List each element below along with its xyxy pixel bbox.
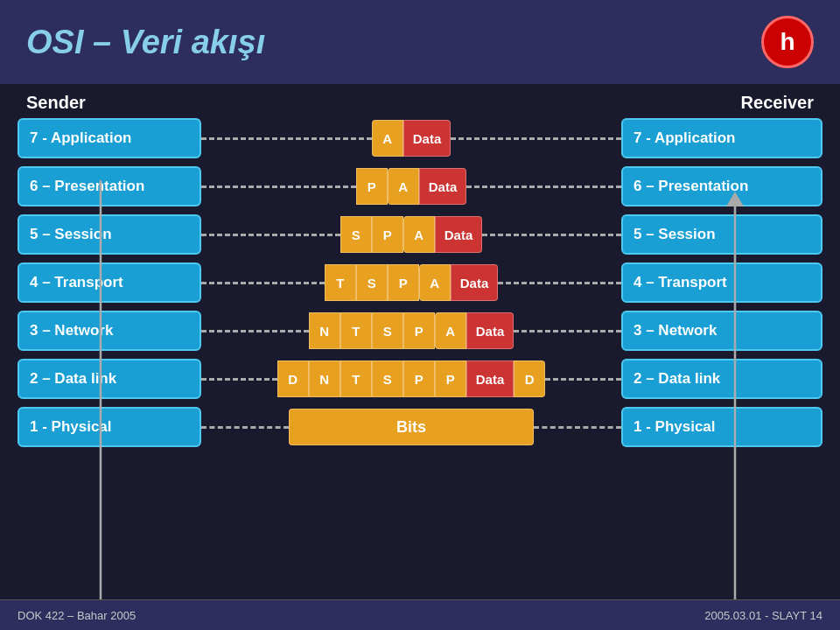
block-s-4: S bbox=[356, 264, 388, 301]
connector-right-4 bbox=[498, 282, 621, 284]
data-blocks-7: A Data bbox=[372, 120, 452, 157]
sender-layer-7: 7 - Application bbox=[18, 118, 201, 158]
block-d-2: D bbox=[277, 360, 309, 397]
block-data-5: Data bbox=[435, 216, 483, 253]
layer-row-4: 4 – Transport T S P A Data 4 – Transport bbox=[18, 262, 822, 304]
receiver-layer-2: 2 – Data link bbox=[621, 359, 822, 399]
block-p-5: P bbox=[372, 216, 403, 253]
main-content: Sender Receiver 7 - Application A Data 7… bbox=[0, 84, 840, 463]
connector-left-7 bbox=[201, 137, 372, 140]
block-a-5: A bbox=[403, 216, 435, 253]
block-p-4: P bbox=[388, 264, 419, 301]
receiver-layer-6: 6 – Presentation bbox=[621, 166, 822, 206]
data-blocks-6: P A Data bbox=[356, 168, 467, 205]
logo: h bbox=[761, 16, 814, 68]
data-blocks-4: T S P A Data bbox=[325, 264, 499, 301]
block-a-4: A bbox=[419, 264, 451, 301]
data-blocks-3: N T S P A Data bbox=[309, 312, 514, 349]
sender-layer-2: 2 – Data link bbox=[18, 359, 201, 399]
data-blocks-5: S P A Data bbox=[340, 216, 483, 253]
layer-row-5: 5 – Session S P A Data 5 – Session bbox=[18, 214, 822, 256]
sender-layer-4: 4 – Transport bbox=[18, 262, 201, 303]
block-d-trailer-2: D bbox=[514, 360, 545, 397]
connector-right-5 bbox=[482, 234, 621, 236]
block-data-6: Data bbox=[419, 168, 467, 205]
layer-row-7: 7 - Application A Data 7 - Application bbox=[18, 117, 822, 159]
sender-layer-1: 1 - Physical bbox=[18, 407, 201, 447]
receiver-layer-7: 7 - Application bbox=[621, 118, 822, 158]
receiver-label: Receiver bbox=[621, 93, 814, 113]
sender-layer-6: 6 – Presentation bbox=[18, 166, 201, 206]
receiver-layer-1: 1 - Physical bbox=[621, 407, 822, 447]
block-t-2: T bbox=[340, 360, 372, 397]
receiver-layer-4: 4 – Transport bbox=[621, 262, 822, 303]
connector-left-1 bbox=[201, 426, 289, 429]
connector-left-3 bbox=[201, 330, 309, 332]
labels-row: Sender Receiver bbox=[18, 93, 822, 113]
block-t-4: T bbox=[325, 264, 356, 301]
connector-right-7 bbox=[451, 137, 621, 140]
sender-label: Sender bbox=[26, 93, 219, 113]
block-p-6: P bbox=[356, 168, 388, 205]
header: OSI – Veri akışı h bbox=[0, 0, 840, 84]
connector-right-6 bbox=[466, 186, 621, 188]
block-data-7: Data bbox=[403, 120, 452, 157]
footer-right: 2005.03.01 - SLAYT 14 bbox=[704, 609, 822, 622]
block-data-4: Data bbox=[451, 264, 499, 301]
layer-row-3: 3 – Network N T S P A Data 3 – Network bbox=[18, 310, 822, 352]
data-blocks-1: Bits bbox=[289, 409, 534, 445]
block-a-6: A bbox=[388, 168, 419, 205]
block-a-3: A bbox=[435, 312, 466, 349]
footer-left: DOK 422 – Bahar 2005 bbox=[18, 609, 136, 622]
connector-left-2 bbox=[201, 378, 277, 381]
block-t-3: T bbox=[340, 312, 372, 349]
connector-left-6 bbox=[201, 186, 356, 188]
page-title: OSI – Veri akışı bbox=[26, 24, 265, 61]
layer-row-2: 2 – Data link D N T S P P Data D 2 – Dat… bbox=[18, 358, 822, 400]
block-a-7: A bbox=[372, 120, 403, 157]
footer: DOK 422 – Bahar 2005 2005.03.01 - SLAYT … bbox=[0, 599, 840, 630]
layer-row-6: 6 – Presentation P A Data 6 – Presentati… bbox=[18, 165, 822, 207]
block-p2-2: P bbox=[435, 360, 466, 397]
block-data-2: Data bbox=[466, 360, 514, 397]
connector-left-5 bbox=[201, 234, 340, 236]
block-data-3: Data bbox=[466, 312, 514, 349]
connector-right-2 bbox=[545, 378, 621, 381]
block-bits-1: Bits bbox=[289, 409, 534, 445]
block-p-2: P bbox=[403, 360, 435, 397]
block-s-3: S bbox=[372, 312, 403, 349]
receiver-layer-5: 5 – Session bbox=[621, 214, 822, 255]
block-n-2: N bbox=[309, 360, 340, 397]
connector-left-4 bbox=[201, 282, 325, 284]
receiver-layer-3: 3 – Network bbox=[621, 311, 822, 351]
layer-row-1: 1 - Physical Bits 1 - Physical bbox=[18, 406, 822, 448]
sender-layer-3: 3 – Network bbox=[18, 311, 201, 351]
connector-right-3 bbox=[514, 330, 621, 332]
block-p-3: P bbox=[403, 312, 435, 349]
connector-right-1 bbox=[534, 426, 621, 429]
block-n-3: N bbox=[309, 312, 340, 349]
block-s-5: S bbox=[340, 216, 372, 253]
sender-layer-5: 5 – Session bbox=[18, 214, 201, 255]
data-blocks-2: D N T S P P Data D bbox=[277, 360, 546, 397]
block-s-2: S bbox=[372, 360, 403, 397]
